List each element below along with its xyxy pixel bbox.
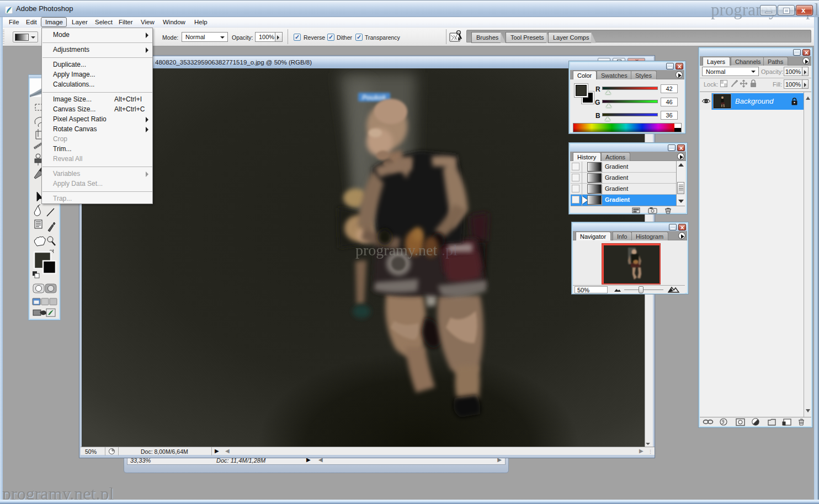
svg-text:.pl: .pl xyxy=(442,242,458,259)
svg-text:programy.net: programy.net xyxy=(355,242,437,259)
